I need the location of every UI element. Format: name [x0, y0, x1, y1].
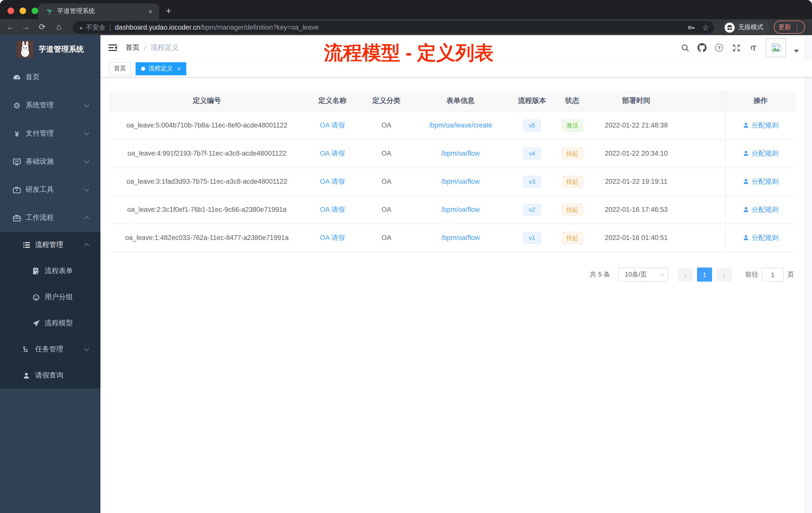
column-header: 表单信息 [413, 96, 508, 105]
definition-name-link[interactable]: OA 请假 [320, 149, 345, 158]
prev-page-button[interactable]: ‹ [678, 268, 693, 281]
tab-close-icon[interactable]: × [147, 7, 154, 15]
list-icon [22, 241, 31, 249]
sidebar-item-task-management[interactable]: 任务管理 [0, 336, 100, 362]
sidebar-item-label: 任务管理 [35, 345, 63, 354]
github-icon[interactable] [697, 43, 706, 52]
assign-rule-link[interactable]: 分配规则 [743, 205, 779, 214]
definition-name-link[interactable]: OA 请假 [320, 177, 345, 186]
goto-label: 前往 [745, 270, 758, 279]
sidebar-fold-icon[interactable] [109, 44, 117, 52]
page-size-select[interactable]: 10条/页 [618, 268, 668, 281]
sidebar-item-workflow[interactable]: 工作流程 [0, 204, 100, 232]
definition-name-link[interactable]: OA 请假 [320, 205, 345, 214]
form-link[interactable]: /bpm/oa/flow [441, 234, 480, 241]
chevron-up-icon [84, 216, 89, 221]
home-icon[interactable]: ⌂ [54, 19, 64, 35]
briefcase-icon [12, 214, 21, 222]
sidebar-item-devtools[interactable]: 研发工具 [0, 176, 100, 204]
assign-rule-link[interactable]: 分配规则 [743, 121, 779, 130]
avatar-broken-image[interactable] [766, 38, 786, 57]
avatar-dropdown-caret-icon[interactable] [794, 50, 799, 53]
page-content: 定义编号 定义名称 定义分类 表单信息 流程版本 状态 部署时间 操作 oa_l… [100, 77, 812, 513]
goto-page-input[interactable] [762, 268, 784, 281]
pagination-total: 共 5 条 [590, 270, 610, 279]
sidebar-item-user-group[interactable]: 用户分组 [0, 284, 100, 310]
sidebar-item-label: 研发工具 [26, 185, 54, 194]
text-size-icon[interactable]: tT [749, 43, 758, 52]
assign-rule-link[interactable]: 分配规则 [743, 177, 779, 186]
browser-tab[interactable]: 芋道管理系统 × [38, 3, 159, 19]
status-badge: 挂起 [562, 147, 583, 159]
annotation-title: 流程模型 - 定义列表 [324, 40, 494, 66]
sidebar-item-infrastructure[interactable]: 基础设施 [0, 148, 100, 176]
user-icon [743, 150, 749, 157]
form-link[interactable]: /bpm/oa/flow [441, 178, 480, 185]
sidebar-item-home[interactable]: 首页 [0, 63, 100, 91]
user-icon [743, 206, 749, 213]
definition-name-link[interactable]: OA 请假 [320, 233, 345, 242]
tag-home[interactable]: 首页 [109, 62, 131, 75]
tag-process-definition[interactable]: 流程定义 × [136, 62, 186, 75]
user-icon [743, 178, 749, 185]
sidebar-item-process-model[interactable]: 流程模型 [0, 310, 100, 336]
back-icon[interactable]: ← [5, 19, 16, 35]
tag-close-icon[interactable]: × [177, 65, 181, 71]
table-row: oa_leave:1:482ec033-762a-11ec-8477-a2380… [109, 224, 796, 252]
sidebar-item-system[interactable]: ⚙ 系统管理 [0, 91, 100, 119]
sidebar-item-payment[interactable]: ¥ 支付管理 [0, 119, 100, 148]
page-number-button[interactable]: 1 [697, 268, 712, 281]
address-bar[interactable]: ▲ 不安全 dashboard.yudao.iocoder.cn/bpm/man… [72, 21, 714, 34]
search-icon[interactable] [680, 43, 690, 52]
definition-id: oa_leave:3:1fad3d93-7b75-11ec-a3c8-acde4… [109, 178, 305, 185]
fullscreen-icon[interactable] [732, 43, 741, 52]
sidebar-item-process-management[interactable]: 流程管理 [0, 232, 100, 258]
sidebar-logo[interactable]: 芋道管理系统 [0, 35, 100, 63]
dashboard-icon [12, 73, 21, 82]
help-icon[interactable]: ? [715, 43, 724, 52]
definition-category: OA [360, 121, 413, 129]
table-row: oa_leave:2:3c1f0ef1-76b1-11ec-9c66-a2380… [109, 196, 796, 224]
page-unit-label: 页 [787, 270, 794, 279]
chevron-down-icon [84, 130, 89, 135]
sidebar: 芋道管理系统 首页 ⚙ 系统管理 ¥ 支付管理 [0, 35, 100, 513]
paper-plane-icon [32, 319, 40, 328]
assign-rule-link[interactable]: 分配规则 [743, 149, 779, 158]
sidebar-item-leave-query[interactable]: 请假查询 [0, 362, 100, 389]
form-edit-icon [32, 267, 40, 275]
next-page-button[interactable]: › [717, 268, 732, 281]
not-secure-label[interactable]: 不安全 [86, 23, 106, 32]
key-icon[interactable] [687, 23, 695, 31]
definition-category: OA [360, 206, 413, 213]
bookmark-star-icon[interactable]: ☆ [702, 23, 709, 32]
forward-icon[interactable]: → [21, 19, 31, 35]
tab-strip: 芋道管理系统 × + [0, 0, 812, 19]
form-link[interactable]: /bpm/oa/flow [441, 150, 480, 157]
sidebar-item-label: 支付管理 [26, 129, 54, 138]
close-window-button[interactable] [7, 7, 14, 14]
browser-menu-icon[interactable]: ⋮ [794, 23, 801, 31]
sidebar-item-process-form[interactable]: 流程表单 [0, 258, 100, 284]
workflow-submenu: 流程管理 流程表单 [0, 232, 100, 389]
version-badge: v5 [523, 119, 541, 131]
form-link[interactable]: /bpm/oa/flow [441, 206, 480, 213]
browser-scrollbar[interactable] [805, 35, 812, 513]
new-tab-button[interactable]: + [166, 4, 171, 18]
tab-title: 芋道管理系统 [57, 7, 147, 16]
active-dot-icon [141, 66, 145, 70]
version-badge: v3 [523, 175, 541, 187]
breadcrumb-home[interactable]: 首页 [125, 43, 140, 52]
zoom-window-button[interactable] [32, 7, 38, 14]
form-link[interactable]: /bpm/oa/leave/create [429, 121, 492, 129]
breadcrumb-separator: / [144, 44, 146, 52]
table-row: oa_leave:4:991f2193-7b7f-11ec-a3c8-acde4… [109, 140, 796, 168]
sidebar-item-label: 流程表单 [45, 267, 73, 276]
definition-name-link[interactable]: OA 请假 [320, 121, 345, 130]
definition-id: oa_leave:5:004b710b-7b8a-11ec-8ef0-acde4… [109, 121, 305, 129]
definition-category: OA [360, 178, 413, 185]
minimize-window-button[interactable] [20, 7, 26, 14]
table-header-row: 定义编号 定义名称 定义分类 表单信息 流程版本 状态 部署时间 操作 [109, 91, 796, 112]
update-button[interactable]: 更新 ⋮ [774, 21, 805, 34]
reload-icon[interactable]: ⟳ [37, 19, 47, 35]
assign-rule-link[interactable]: 分配规则 [743, 233, 779, 242]
